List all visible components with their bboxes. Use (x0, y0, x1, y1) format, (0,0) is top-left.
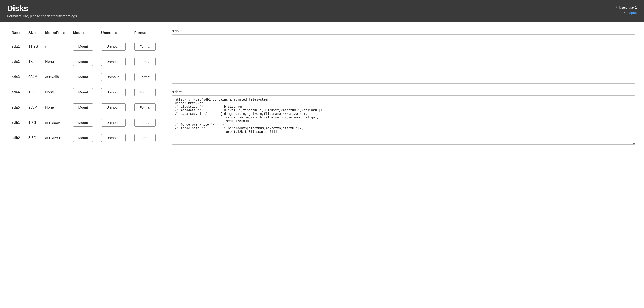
disk-size: 11.2G (26, 39, 42, 54)
unmount-button[interactable]: Unmount (101, 42, 126, 50)
output-section: stdout: stderr: (172, 29, 635, 146)
table-row: sdb23.7G/mnt/qwbkMountUnmountFormat (9, 130, 161, 146)
col-mountpoint: MountPoint (42, 29, 70, 39)
format-button[interactable]: Format (134, 42, 156, 50)
format-button[interactable]: Format (134, 73, 156, 81)
disk-name: sda5 (9, 100, 26, 115)
disk-table: Name Size MountPoint Mount Unmount Forma… (9, 29, 161, 146)
format-button[interactable]: Format (134, 134, 156, 142)
mount-button[interactable]: Mount (73, 134, 93, 142)
unmount-button[interactable]: Unmount (101, 88, 126, 96)
disk-mountpoint: / (42, 39, 70, 54)
stdout-block: stdout: (172, 29, 635, 84)
disk-size: 3.7G (26, 130, 42, 146)
header-subtitle: Format failure, please check stdout/stde… (7, 14, 77, 18)
unmount-button[interactable]: Unmount (101, 58, 126, 66)
user-bullet: • (616, 5, 618, 10)
main-content: Name Size MountPoint Mount Unmount Forma… (0, 22, 644, 153)
disk-size: 1.7G (26, 115, 42, 130)
format-button[interactable]: Format (134, 58, 156, 66)
mount-button[interactable]: Mount (73, 104, 93, 112)
table-row: sda5953MNoneMountUnmountFormat (9, 100, 161, 115)
header-right: • User: user1 • Logout (616, 4, 637, 15)
disk-table-section: Name Size MountPoint Mount Unmount Forma… (9, 29, 161, 146)
disk-size: 953M (26, 100, 42, 115)
table-header: Name Size MountPoint Mount Unmount Forma… (9, 29, 161, 39)
stderr-textarea[interactable] (172, 95, 635, 144)
mount-button[interactable]: Mount (73, 119, 93, 127)
table-row: sda3954M/mnt/oiibMountUnmountFormat (9, 70, 161, 84)
page-title: Disks (7, 4, 77, 13)
header-left: Disks Format failure, please check stdou… (7, 4, 77, 18)
stdout-label: stdout: (172, 29, 635, 33)
disk-mountpoint: None (42, 54, 70, 70)
stderr-label: stderr: (172, 90, 635, 94)
format-button[interactable]: Format (134, 104, 156, 112)
disk-mountpoint: /mnt/qwbk (42, 130, 70, 146)
mount-button[interactable]: Mount (73, 88, 93, 96)
logout-item: • Logout (624, 10, 637, 15)
mount-button[interactable]: Mount (73, 42, 93, 50)
disk-table-body: sda111.2G/MountUnmountFormatsda21KNoneMo… (9, 39, 161, 146)
table-row: sda111.2G/MountUnmountFormat (9, 39, 161, 54)
disk-size: 1.9G (26, 84, 42, 100)
logout-link[interactable]: Logout (626, 11, 637, 14)
table-row: sda41.9GNoneMountUnmountFormat (9, 84, 161, 100)
disk-name: sdb2 (9, 130, 26, 146)
col-unmount: Unmount (98, 29, 132, 39)
unmount-button[interactable]: Unmount (101, 119, 126, 127)
disk-name: sda2 (9, 54, 26, 70)
stderr-block: stderr: (172, 90, 635, 144)
format-button[interactable]: Format (134, 88, 156, 96)
disk-mountpoint: None (42, 84, 70, 100)
table-row: sda21KNoneMountUnmountFormat (9, 54, 161, 70)
disk-mountpoint: /mnt/jqev (42, 115, 70, 130)
col-size: Size (26, 29, 42, 39)
disk-name: sda4 (9, 84, 26, 100)
mount-button[interactable]: Mount (73, 73, 93, 81)
col-mount: Mount (70, 29, 98, 39)
format-button[interactable]: Format (134, 119, 156, 127)
unmount-button[interactable]: Unmount (101, 73, 126, 81)
mount-button[interactable]: Mount (73, 58, 93, 66)
user-label: User: (619, 5, 627, 9)
disk-mountpoint: None (42, 100, 70, 115)
unmount-button[interactable]: Unmount (101, 104, 126, 112)
stdout-textarea[interactable] (172, 34, 635, 84)
disk-size: 1K (26, 54, 42, 70)
unmount-button[interactable]: Unmount (101, 134, 126, 142)
table-row: sdb11.7G/mnt/jqevMountUnmountFormat (9, 115, 161, 130)
disk-size: 954M (26, 70, 42, 84)
disk-name: sda3 (9, 70, 26, 84)
disk-name: sdb1 (9, 115, 26, 130)
disk-name: sda1 (9, 39, 26, 54)
header: Disks Format failure, please check stdou… (0, 0, 644, 22)
username: user1 (628, 5, 637, 9)
disk-mountpoint: /mnt/oiib (42, 70, 70, 84)
user-info: • User: user1 (616, 5, 637, 10)
col-name: Name (9, 29, 26, 39)
col-format: Format (132, 29, 161, 39)
logout-bullet: • (624, 10, 625, 15)
